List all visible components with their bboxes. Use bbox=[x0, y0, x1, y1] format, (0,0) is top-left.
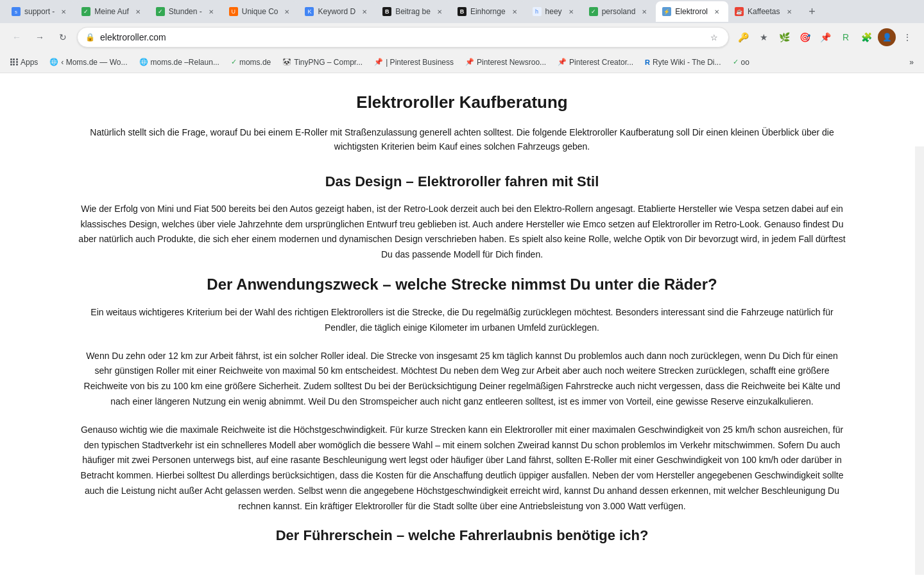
tab-favicon-heey: h bbox=[533, 7, 542, 16]
tab-einhorn[interactable]: B Einhornge ✕ bbox=[451, 1, 526, 22]
refresh-button[interactable]: ↻ bbox=[54, 28, 72, 46]
chrome-menu-button[interactable]: ⋮ bbox=[898, 28, 916, 46]
tab-title-elektro: Elektrorol bbox=[675, 7, 708, 16]
section2-para3: Genauso wichtig wie die maximale Reichwe… bbox=[77, 423, 847, 514]
scrollbar[interactable]: ∧ bbox=[915, 146, 924, 575]
bookmark-pinterest-creator-favicon: 📌 bbox=[558, 58, 567, 66]
url-display: elektroroller.com bbox=[100, 32, 703, 42]
tab-beitrag[interactable]: B Beitrag be ✕ bbox=[376, 1, 451, 22]
tab-close-einhorn[interactable]: ✕ bbox=[509, 6, 520, 17]
tab-close-unique[interactable]: ✕ bbox=[282, 6, 292, 17]
tab-favicon-perso: ✓ bbox=[589, 7, 598, 16]
chrome-toolbar-icons: 🔑 ★ 🌿 🎯 📌 R 🧩 👤 ⋮ bbox=[734, 28, 916, 46]
address-bar: ← → ↻ 🔒 elektroroller.com ☆ 🔑 ★ 🌿 🎯 📌 R … bbox=[0, 23, 924, 51]
tab-keyword[interactable]: K Keyword D ✕ bbox=[298, 1, 376, 22]
bookmark-star-icon[interactable]: ☆ bbox=[708, 31, 721, 44]
tab-title-beitrag: Beitrag be bbox=[395, 7, 431, 16]
bookmark-pinterest-biz[interactable]: 📌 | Pinterest Business bbox=[369, 55, 459, 69]
bookmark-pinterest-news[interactable]: 📌 Pinterest Newsroo... bbox=[460, 55, 551, 69]
extension-icon-3[interactable]: 🌿 bbox=[775, 28, 793, 46]
bookmark-ryte[interactable]: R Ryte Wiki - The Di... bbox=[640, 55, 726, 69]
tab-favicon-einhorn: B bbox=[458, 7, 466, 16]
bookmark-tinypng-favicon: 🐼 bbox=[282, 58, 291, 66]
article-main-title: Elektroroller Kaufberatung bbox=[77, 92, 847, 112]
tab-elektro[interactable]: ⚡ Elektrorol ✕ bbox=[656, 1, 728, 22]
bookmark-ryte-label: Ryte Wiki - The Di... bbox=[653, 58, 721, 67]
bookmark-apps[interactable]: Apps bbox=[5, 55, 43, 69]
lock-icon: 🔒 bbox=[85, 33, 95, 42]
bookmark-oo-label: oo bbox=[741, 58, 749, 67]
bookmark-more-label: » bbox=[909, 58, 914, 67]
avatar-icon[interactable]: 👤 bbox=[878, 28, 896, 46]
bookmark-pinterest-creator[interactable]: 📌 Pinterest Creator... bbox=[552, 55, 638, 69]
bookmark-apps-label: Apps bbox=[21, 58, 38, 67]
back-button[interactable]: ← bbox=[8, 28, 26, 46]
bookmark-tinypng-label: TinyPNG – Compr... bbox=[294, 58, 363, 67]
address-action-icons: ☆ bbox=[708, 31, 721, 44]
tab-favicon-keyword: K bbox=[305, 7, 314, 16]
tab-close-kaffee[interactable]: ✕ bbox=[784, 6, 794, 17]
tab-support[interactable]: s support - ✕ bbox=[5, 1, 75, 22]
tab-favicon-unique: U bbox=[229, 7, 238, 16]
bookmark-moms[interactable]: ✓ moms.de bbox=[226, 55, 276, 69]
bookmark-moms-relaun[interactable]: 🌐 moms.de –Relaun... bbox=[134, 55, 225, 69]
bookmark-moms-label: moms.de bbox=[239, 58, 271, 67]
tab-perso[interactable]: ✓ persoland ✕ bbox=[583, 1, 656, 22]
tab-title-kaffee: Kaffeetas bbox=[748, 7, 780, 16]
bookmark-pinterest-news-favicon: 📌 bbox=[465, 58, 474, 66]
new-tab-button[interactable]: + bbox=[803, 3, 821, 21]
section2-para1: Ein weitaus wichtigeres Kriterium bei de… bbox=[77, 305, 847, 336]
tab-title-stunden: Stunden - bbox=[169, 7, 202, 16]
tab-favicon-meine: ✓ bbox=[81, 7, 90, 16]
tab-title-support: support - bbox=[24, 7, 55, 16]
bookmark-more[interactable]: » bbox=[904, 55, 919, 69]
tab-favicon-stunden: ✓ bbox=[156, 7, 165, 16]
bookmark-pinterest-biz-favicon: 📌 bbox=[374, 58, 383, 66]
tab-title-keyword: Keyword D bbox=[318, 7, 355, 16]
tab-stunden[interactable]: ✓ Stunden - ✕ bbox=[150, 1, 223, 22]
address-input-container[interactable]: 🔒 elektroroller.com ☆ bbox=[77, 27, 729, 48]
bookmark-moms-wo-label: ‹ Moms.de — Wo... bbox=[61, 58, 127, 67]
extension-icon-5[interactable]: 📌 bbox=[816, 28, 834, 46]
tab-close-beitrag[interactable]: ✕ bbox=[434, 6, 445, 17]
extension-icon-1[interactable]: 🔑 bbox=[734, 28, 752, 46]
tab-close-keyword[interactable]: ✕ bbox=[359, 6, 370, 17]
bookmark-moms-wo[interactable]: 🌐 ‹ Moms.de — Wo... bbox=[44, 55, 132, 69]
tab-close-support[interactable]: ✕ bbox=[58, 6, 69, 17]
section3-title: Der Führerschein – welche Fahrerlaubnis … bbox=[77, 527, 847, 544]
tab-title-unique: Unique Co bbox=[242, 7, 278, 16]
tab-close-meine[interactable]: ✕ bbox=[133, 6, 143, 17]
bookmark-oo[interactable]: ✓ oo bbox=[728, 55, 755, 69]
extension-icon-4[interactable]: 🎯 bbox=[796, 28, 814, 46]
tab-favicon-beitrag: B bbox=[382, 7, 391, 16]
tab-title-perso: persoland bbox=[602, 7, 636, 16]
tab-favicon-elektro: ⚡ bbox=[662, 7, 671, 16]
bookmark-tinypng[interactable]: 🐼 TinyPNG – Compr... bbox=[277, 55, 368, 69]
tab-kaffee[interactable]: ☕ Kaffeetas ✕ bbox=[728, 1, 800, 22]
tab-unique[interactable]: U Unique Co ✕ bbox=[223, 1, 299, 22]
tab-close-heey[interactable]: ✕ bbox=[566, 6, 576, 17]
bookmark-moms-relaun-favicon: 🌐 bbox=[139, 58, 148, 66]
bookmarks-bar: Apps 🌐 ‹ Moms.de — Wo... 🌐 moms.de –Rela… bbox=[0, 51, 924, 73]
tab-close-perso[interactable]: ✕ bbox=[639, 6, 649, 17]
extension-icon-6[interactable]: R bbox=[837, 28, 855, 46]
bookmark-pinterest-creator-label: Pinterest Creator... bbox=[569, 58, 633, 67]
bookmark-moms-relaun-label: moms.de –Relaun... bbox=[151, 58, 219, 67]
extension-icon-7[interactable]: 🧩 bbox=[857, 28, 875, 46]
tab-favicon-kaffee: ☕ bbox=[735, 7, 744, 16]
article-content: Elektroroller Kaufberatung Natürlich ste… bbox=[0, 73, 924, 575]
tab-bar: s support - ✕ ✓ Meine Auf ✕ ✓ Stunden - … bbox=[0, 0, 924, 23]
section2-title: Der Anwendungszweck – welche Strecke nim… bbox=[77, 276, 847, 293]
apps-grid-icon bbox=[10, 58, 18, 66]
article-intro-paragraph: Natürlich stellt sich die Frage, worauf … bbox=[77, 125, 847, 154]
tab-close-elektro[interactable]: ✕ bbox=[712, 6, 722, 17]
extension-icon-2[interactable]: ★ bbox=[755, 28, 773, 46]
tab-heey[interactable]: h heey ✕ bbox=[526, 1, 583, 22]
tab-close-stunden[interactable]: ✕ bbox=[206, 6, 216, 17]
section2-para2: Wenn Du zehn oder 12 km zur Arbeit fährs… bbox=[77, 349, 847, 410]
tab-meine[interactable]: ✓ Meine Auf ✕ bbox=[75, 1, 149, 22]
section1-title: Das Design – Elektroroller fahren mit St… bbox=[77, 173, 847, 190]
forward-button[interactable]: → bbox=[31, 28, 49, 46]
bookmark-moms-wo-favicon: 🌐 bbox=[49, 58, 58, 66]
tab-title-heey: heey bbox=[545, 7, 562, 16]
